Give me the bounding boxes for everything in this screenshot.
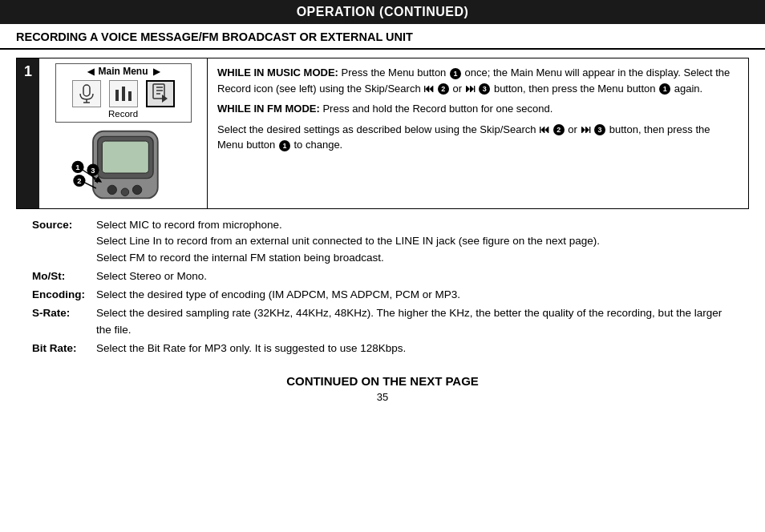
page-number: 35 xyxy=(0,391,765,403)
info-table: Source: Select MIC to record from microp… xyxy=(16,217,749,357)
badge-2a: 2 xyxy=(438,83,449,95)
right-arrow-icon: ▶ xyxy=(153,66,160,77)
srate-val: Select the desired sampling rate (32KHz,… xyxy=(96,305,733,338)
most-val: Select Stereo or Mono. xyxy=(96,268,733,284)
source-val: Select MIC to record from microphone. Se… xyxy=(96,217,733,266)
info-row-most: Mo/St: Select Stereo or Mono. xyxy=(32,268,733,284)
info-row-bitrate: Bit Rate: Select the Bit Rate for MP3 on… xyxy=(32,341,733,357)
badge-3b: 3 xyxy=(594,124,605,135)
page-header: OPERATION (CONTINUED) xyxy=(0,0,765,24)
badge-1b: 1 xyxy=(659,83,670,95)
menu-icon-equalizer xyxy=(109,80,138,107)
step-number: 1 xyxy=(17,58,39,208)
menu-record-label: Record xyxy=(59,109,188,119)
bitrate-key: Bit Rate: xyxy=(32,341,96,357)
section-title: RECORDING A VOICE MESSAGE/FM BROADCAST O… xyxy=(0,24,765,50)
step-instructions: WHILE IN MUSIC MODE: Press the Menu butt… xyxy=(208,58,748,208)
source-key: Source: xyxy=(32,217,96,266)
svg-text:2: 2 xyxy=(77,176,81,185)
step-image-area: ◀ Main Menu ▶ xyxy=(39,58,208,208)
svg-point-15 xyxy=(121,188,129,196)
device-image: 1 2 3 xyxy=(67,127,180,204)
svg-rect-4 xyxy=(122,87,125,101)
menu-title-label: Main Menu xyxy=(99,66,148,77)
menu-icon-microphone xyxy=(72,80,101,107)
main-content: 1 ◀ Main Menu ▶ xyxy=(0,50,765,368)
left-arrow-icon: ◀ xyxy=(87,66,94,77)
info-row-encoding: Encoding: Select the desired type of enc… xyxy=(32,287,733,303)
music-mode-label: WHILE IN MUSIC MODE: xyxy=(217,66,338,79)
svg-rect-0 xyxy=(83,85,90,96)
menu-icons-row xyxy=(59,80,188,107)
fm-mode-label: WHILE IN FM MODE: xyxy=(217,103,320,115)
badge-2b: 2 xyxy=(553,124,565,135)
svg-rect-3 xyxy=(115,90,119,101)
menu-icon-record xyxy=(146,80,175,107)
svg-rect-13 xyxy=(102,141,148,173)
encoding-val: Select the desired type of encoding (IM … xyxy=(96,287,733,303)
info-row-source: Source: Select MIC to record from microp… xyxy=(32,217,733,266)
menu-nav-row: ◀ Main Menu ▶ xyxy=(59,66,188,77)
bitrate-val: Select the Bit Rate for MP3 only. It is … xyxy=(96,341,733,357)
badge-1a: 1 xyxy=(450,68,461,79)
main-menu-box: ◀ Main Menu ▶ xyxy=(55,63,192,123)
badge-1c: 1 xyxy=(279,140,290,151)
info-row-srate: S-Rate: Select the desired sampling rate… xyxy=(32,305,733,338)
svg-text:3: 3 xyxy=(91,166,95,175)
badge-3a: 3 xyxy=(479,83,490,95)
encoding-key: Encoding: xyxy=(32,287,96,303)
step-1-row: 1 ◀ Main Menu ▶ xyxy=(16,58,749,209)
svg-text:1: 1 xyxy=(75,163,80,171)
svg-rect-5 xyxy=(128,91,132,101)
most-key: Mo/St: xyxy=(32,268,96,284)
svg-point-14 xyxy=(107,185,116,194)
svg-point-16 xyxy=(132,185,141,194)
srate-key: S-Rate: xyxy=(32,305,96,338)
continued-footer: CONTINUED ON THE NEXT PAGE xyxy=(0,374,765,388)
